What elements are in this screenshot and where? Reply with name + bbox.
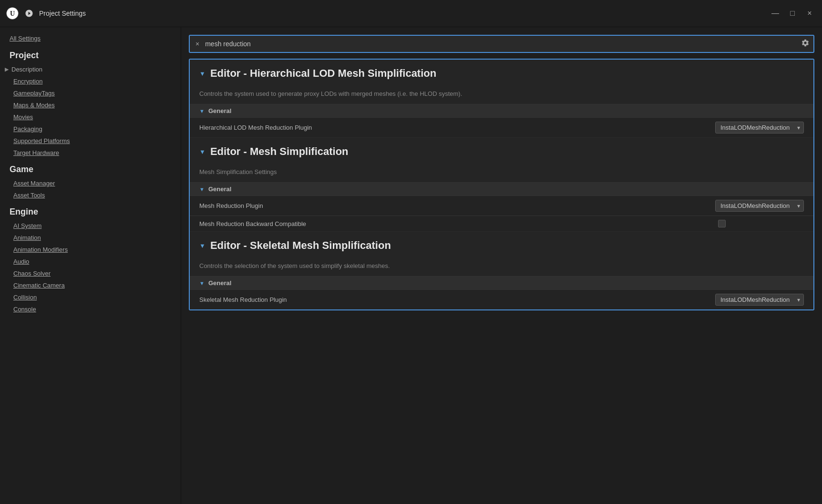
sidebar-item-label: Maps & Modes (13, 102, 55, 109)
window-controls: — □ × (769, 7, 816, 20)
main-layout: All Settings Project ▶ Description Encry… (0, 27, 822, 504)
sidebar-item-audio[interactable]: Audio (0, 256, 181, 267)
sidebar-item-maps-modes[interactable]: Maps & Modes (0, 99, 181, 111)
minimize-button[interactable]: — (769, 7, 782, 20)
mesh-reduction-plugin-dropdown[interactable]: InstaLODMeshReduction (715, 200, 804, 212)
hierarchical-lod-title-row: ▼ Editor - Hierarchical LOD Mesh Simplif… (190, 60, 813, 87)
sidebar-item-asset-manager[interactable]: Asset Manager (0, 177, 181, 189)
hlod-plugin-row: Hierarchical LOD Mesh Reduction Plugin I… (190, 117, 813, 137)
hierarchical-lod-description: Controls the system used to generate pro… (190, 87, 813, 104)
skeletal-mesh-plugin-dropdown-wrapper: InstaLODMeshReduction (715, 294, 804, 306)
sidebar-item-label: Animation Modifiers (13, 246, 68, 253)
mesh-simplification-title-row: ▼ Editor - Mesh Simplification (190, 138, 813, 165)
mesh-simplification-description: Mesh Simplification Settings (190, 165, 813, 182)
mesh-reduction-backward-row: Mesh Reduction Backward Compatible (190, 216, 813, 231)
hierarchical-lod-section: ▼ Editor - Hierarchical LOD Mesh Simplif… (190, 60, 813, 138)
mesh-reduction-plugin-dropdown-wrapper: InstaLODMeshReduction (715, 200, 804, 212)
sidebar-item-cinematic-camera[interactable]: Cinematic Camera (0, 279, 181, 291)
general-label: General (208, 185, 231, 193)
skeletal-mesh-general-header: ▼ General (190, 276, 813, 289)
mesh-simplification-collapse-arrow[interactable]: ▼ (199, 148, 206, 155)
settings-icon (24, 8, 34, 19)
sidebar-item-label: Description (11, 66, 42, 73)
general-collapse-arrow[interactable]: ▼ (199, 186, 205, 192)
hierarchical-lod-title: Editor - Hierarchical LOD Mesh Simplific… (210, 67, 436, 80)
sidebar-item-label: Cinematic Camera (13, 282, 65, 289)
hlod-plugin-label: Hierarchical LOD Mesh Reduction Plugin (199, 124, 715, 131)
search-clear-button[interactable]: × (194, 39, 201, 49)
sidebar-item-encryption[interactable]: Encryption (0, 75, 181, 87)
skeletal-mesh-collapse-arrow[interactable]: ▼ (199, 242, 206, 249)
mesh-reduction-backward-checkbox[interactable] (718, 220, 726, 227)
hlod-plugin-dropdown-wrapper: InstaLODMeshReduction (715, 122, 804, 134)
skeletal-mesh-plugin-dropdown[interactable]: InstaLODMeshReduction (715, 294, 804, 306)
mesh-simplification-general-group: ▼ General Mesh Reduction Plugin InstaLOD… (190, 182, 813, 231)
sidebar-item-label: GameplayTags (13, 90, 55, 97)
general-collapse-arrow[interactable]: ▼ (199, 280, 205, 286)
mesh-simplification-general-header: ▼ General (190, 182, 813, 195)
sidebar-item-gameplay-tags[interactable]: GameplayTags (0, 87, 181, 99)
search-gear-button[interactable] (801, 39, 810, 49)
sidebar-item-console[interactable]: Console (0, 303, 181, 315)
svg-text:U: U (10, 10, 15, 17)
mesh-simplification-section: ▼ Editor - Mesh Simplification Mesh Simp… (190, 138, 813, 232)
sidebar-item-label: Asset Tools (13, 192, 45, 199)
hierarchical-lod-collapse-arrow[interactable]: ▼ (199, 70, 206, 77)
mesh-reduction-backward-label: Mesh Reduction Backward Compatible (199, 220, 718, 227)
sidebar-item-asset-tools[interactable]: Asset Tools (0, 189, 181, 201)
sidebar-item-description[interactable]: ▶ Description (0, 63, 181, 75)
sidebar-item-movies[interactable]: Movies (0, 111, 181, 123)
sidebar-item-label: Target Hardware (13, 149, 59, 156)
sidebar-item-label: AI System (13, 222, 41, 229)
skeletal-mesh-description: Controls the selection of the system use… (190, 259, 813, 276)
sidebar: All Settings Project ▶ Description Encry… (0, 27, 181, 504)
sidebar-item-label: Encryption (13, 78, 42, 85)
sidebar-item-collision[interactable]: Collision (0, 291, 181, 303)
window-title: Project Settings (39, 10, 816, 17)
sidebar-item-packaging[interactable]: Packaging (0, 123, 181, 135)
description-arrow-icon: ▶ (5, 66, 9, 72)
sidebar-item-label: Console (13, 306, 36, 313)
hlod-plugin-dropdown[interactable]: InstaLODMeshReduction (715, 122, 804, 134)
hlod-plugin-control: InstaLODMeshReduction (715, 122, 804, 134)
skeletal-mesh-section: ▼ Editor - Skeletal Mesh Simplification … (190, 232, 813, 309)
sidebar-item-ai-system[interactable]: AI System (0, 220, 181, 232)
skeletal-mesh-plugin-control: InstaLODMeshReduction (715, 294, 804, 306)
skeletal-mesh-plugin-row: Skeletal Mesh Reduction Plugin InstaLODM… (190, 289, 813, 309)
mesh-reduction-backward-control (718, 220, 804, 227)
sidebar-item-label: Movies (13, 113, 33, 121)
search-bar: × (189, 35, 814, 53)
engine-section-header: Engine (0, 201, 181, 220)
hierarchical-lod-general-group: ▼ General Hierarchical LOD Mesh Reductio… (190, 104, 813, 137)
sidebar-item-supported-platforms[interactable]: Supported Platforms (0, 135, 181, 147)
mesh-reduction-plugin-label: Mesh Reduction Plugin (199, 202, 715, 209)
skeletal-mesh-general-group: ▼ General Skeletal Mesh Reduction Plugin… (190, 276, 813, 309)
hierarchical-lod-general-header: ▼ General (190, 104, 813, 117)
search-input[interactable] (205, 40, 797, 48)
skeletal-mesh-title: Editor - Skeletal Mesh Simplification (210, 239, 391, 252)
mesh-reduction-plugin-control: InstaLODMeshReduction (715, 200, 804, 212)
sidebar-item-animation-modifiers[interactable]: Animation Modifiers (0, 244, 181, 256)
sidebar-item-label: Asset Manager (13, 180, 55, 187)
all-settings-link[interactable]: All Settings (0, 32, 181, 45)
general-collapse-arrow[interactable]: ▼ (199, 108, 205, 114)
mesh-simplification-title: Editor - Mesh Simplification (210, 145, 349, 158)
content-area: × ▼ Editor - Hierarchical LOD Mesh Simpl… (181, 27, 822, 504)
sidebar-item-label: Supported Platforms (13, 137, 70, 144)
sidebar-item-label: Animation (13, 234, 41, 241)
title-bar: U Project Settings — □ × (0, 0, 822, 27)
game-section-header: Game (0, 159, 181, 177)
general-label: General (208, 107, 231, 114)
general-label: General (208, 279, 231, 287)
close-button[interactable]: × (803, 7, 816, 20)
sidebar-item-label: Chaos Solver (13, 270, 51, 277)
sidebar-item-label: Audio (13, 258, 29, 265)
project-section-header: Project (0, 45, 181, 63)
sidebar-item-animation[interactable]: Animation (0, 232, 181, 244)
skeletal-mesh-plugin-label: Skeletal Mesh Reduction Plugin (199, 296, 715, 303)
maximize-button[interactable]: □ (786, 7, 799, 20)
skeletal-mesh-title-row: ▼ Editor - Skeletal Mesh Simplification (190, 232, 813, 259)
ue-logo-icon: U (6, 7, 19, 20)
sidebar-item-target-hardware[interactable]: Target Hardware (0, 147, 181, 159)
sidebar-item-chaos-solver[interactable]: Chaos Solver (0, 267, 181, 279)
